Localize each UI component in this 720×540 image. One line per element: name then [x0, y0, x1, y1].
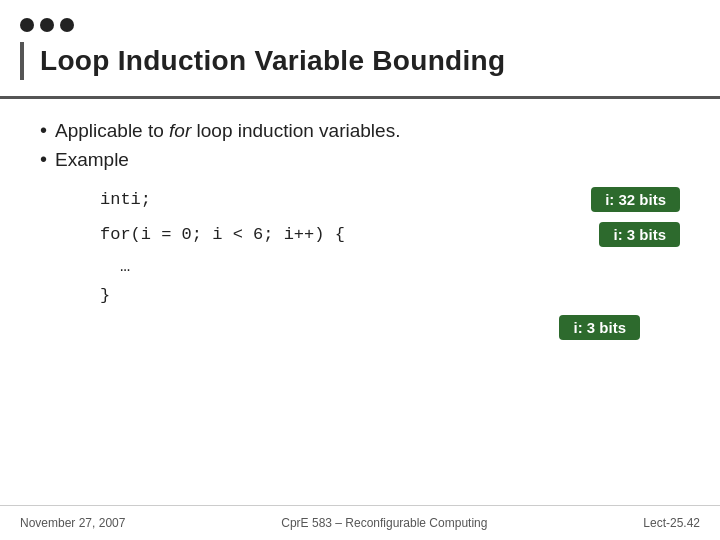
code-ellipsis: …	[120, 257, 130, 276]
bullet-1-italic: for	[169, 120, 191, 141]
footer-date: November 27, 2007	[20, 516, 125, 530]
badge-3bits-bottom: i: 3 bits	[559, 315, 640, 340]
title-bar-line	[20, 42, 24, 80]
badge-3bits-inline: i: 3 bits	[599, 222, 680, 247]
dot-3	[60, 18, 74, 32]
bullet-2-text: Example	[55, 149, 129, 171]
content-area: Applicable to for loop induction variabl…	[0, 99, 720, 360]
title-bar: Loop Induction Variable Bounding	[0, 32, 720, 99]
dot-1	[20, 18, 34, 32]
bullet-item-1: Applicable to for loop induction variabl…	[40, 119, 680, 142]
int-line-row: int i; i: 32 bits	[100, 187, 680, 212]
slide-title: Loop Induction Variable Bounding	[40, 45, 505, 77]
bottom-badge-row: i: 3 bits	[40, 315, 680, 340]
code-block: int i; i: 32 bits for (i = 0; i < 6; i++…	[100, 187, 680, 305]
decorative-dots	[0, 0, 720, 32]
badge-32bits: i: 32 bits	[591, 187, 680, 212]
code-line-int: int i; i: 32 bits	[100, 187, 680, 212]
for-line-row: for (i = 0; i < 6; i++) { i: 3 bits	[100, 222, 680, 247]
footer-course: CprE 583 – Reconfigurable Computing	[281, 516, 487, 530]
code-line-ellipsis: …	[120, 257, 680, 276]
bullet-list: Applicable to for loop induction variabl…	[40, 119, 680, 171]
footer-lect: Lect-25.42	[643, 516, 700, 530]
code-line-close: }	[100, 286, 680, 305]
code-close-brace: }	[100, 286, 110, 305]
code-line-for: for (i = 0; i < 6; i++) { i: 3 bits	[100, 222, 680, 247]
code-for-rest: (i = 0; i < 6; i++) {	[131, 225, 345, 244]
code-for-keyword: for	[100, 225, 131, 244]
footer: November 27, 2007 CprE 583 – Reconfigura…	[0, 505, 720, 540]
bullet-item-2: Example	[40, 148, 680, 171]
code-int-keyword: int	[100, 190, 131, 209]
dot-2	[40, 18, 54, 32]
bullet-1-text: Applicable to for loop induction variabl…	[55, 120, 400, 142]
code-int-rest: i;	[131, 190, 151, 209]
